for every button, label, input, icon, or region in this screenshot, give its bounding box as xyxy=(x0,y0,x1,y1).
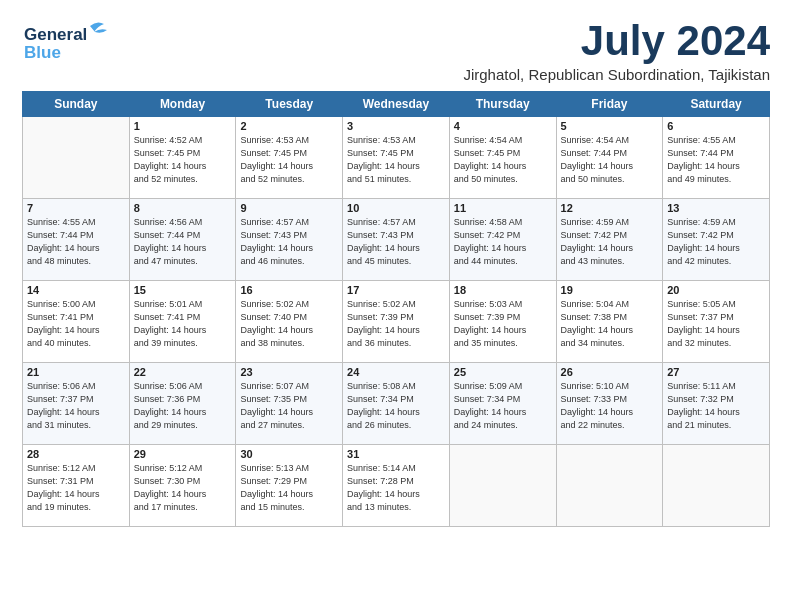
table-row: 13Sunrise: 4:59 AM Sunset: 7:42 PM Dayli… xyxy=(663,199,770,281)
page: General Blue July 2024 Jirghatol, Republ… xyxy=(0,0,792,537)
table-row: 30Sunrise: 5:13 AM Sunset: 7:29 PM Dayli… xyxy=(236,445,343,527)
day-detail: Sunrise: 4:59 AM Sunset: 7:42 PM Dayligh… xyxy=(667,216,765,268)
header: General Blue July 2024 Jirghatol, Republ… xyxy=(22,18,770,83)
table-row: 3Sunrise: 4:53 AM Sunset: 7:45 PM Daylig… xyxy=(343,117,450,199)
table-row: 16Sunrise: 5:02 AM Sunset: 7:40 PM Dayli… xyxy=(236,281,343,363)
week-row-3: 14Sunrise: 5:00 AM Sunset: 7:41 PM Dayli… xyxy=(23,281,770,363)
day-detail: Sunrise: 4:55 AM Sunset: 7:44 PM Dayligh… xyxy=(667,134,765,186)
table-row: 21Sunrise: 5:06 AM Sunset: 7:37 PM Dayli… xyxy=(23,363,130,445)
table-row: 22Sunrise: 5:06 AM Sunset: 7:36 PM Dayli… xyxy=(129,363,236,445)
table-row xyxy=(23,117,130,199)
day-number: 1 xyxy=(134,120,232,132)
logo-svg: General Blue xyxy=(22,18,112,70)
day-detail: Sunrise: 5:04 AM Sunset: 7:38 PM Dayligh… xyxy=(561,298,659,350)
table-row: 29Sunrise: 5:12 AM Sunset: 7:30 PM Dayli… xyxy=(129,445,236,527)
table-row: 2Sunrise: 4:53 AM Sunset: 7:45 PM Daylig… xyxy=(236,117,343,199)
table-row: 23Sunrise: 5:07 AM Sunset: 7:35 PM Dayli… xyxy=(236,363,343,445)
day-number: 14 xyxy=(27,284,125,296)
table-row: 27Sunrise: 5:11 AM Sunset: 7:32 PM Dayli… xyxy=(663,363,770,445)
table-row: 4Sunrise: 4:54 AM Sunset: 7:45 PM Daylig… xyxy=(449,117,556,199)
day-number: 18 xyxy=(454,284,552,296)
day-detail: Sunrise: 5:06 AM Sunset: 7:36 PM Dayligh… xyxy=(134,380,232,432)
title-block: July 2024 Jirghatol, Republican Subordin… xyxy=(463,18,770,83)
logo: General Blue xyxy=(22,18,112,70)
table-row: 1Sunrise: 4:52 AM Sunset: 7:45 PM Daylig… xyxy=(129,117,236,199)
day-detail: Sunrise: 5:00 AM Sunset: 7:41 PM Dayligh… xyxy=(27,298,125,350)
col-sunday: Sunday xyxy=(23,92,130,117)
table-row: 25Sunrise: 5:09 AM Sunset: 7:34 PM Dayli… xyxy=(449,363,556,445)
day-detail: Sunrise: 5:03 AM Sunset: 7:39 PM Dayligh… xyxy=(454,298,552,350)
week-row-2: 7Sunrise: 4:55 AM Sunset: 7:44 PM Daylig… xyxy=(23,199,770,281)
day-detail: Sunrise: 4:57 AM Sunset: 7:43 PM Dayligh… xyxy=(240,216,338,268)
svg-text:Blue: Blue xyxy=(24,43,61,62)
table-row: 31Sunrise: 5:14 AM Sunset: 7:28 PM Dayli… xyxy=(343,445,450,527)
table-row: 9Sunrise: 4:57 AM Sunset: 7:43 PM Daylig… xyxy=(236,199,343,281)
day-detail: Sunrise: 5:14 AM Sunset: 7:28 PM Dayligh… xyxy=(347,462,445,514)
day-number: 31 xyxy=(347,448,445,460)
table-row xyxy=(449,445,556,527)
day-number: 20 xyxy=(667,284,765,296)
day-number: 9 xyxy=(240,202,338,214)
day-number: 8 xyxy=(134,202,232,214)
day-number: 5 xyxy=(561,120,659,132)
day-detail: Sunrise: 5:11 AM Sunset: 7:32 PM Dayligh… xyxy=(667,380,765,432)
day-detail: Sunrise: 5:12 AM Sunset: 7:30 PM Dayligh… xyxy=(134,462,232,514)
col-friday: Friday xyxy=(556,92,663,117)
day-number: 11 xyxy=(454,202,552,214)
table-row: 15Sunrise: 5:01 AM Sunset: 7:41 PM Dayli… xyxy=(129,281,236,363)
day-detail: Sunrise: 5:05 AM Sunset: 7:37 PM Dayligh… xyxy=(667,298,765,350)
week-row-4: 21Sunrise: 5:06 AM Sunset: 7:37 PM Dayli… xyxy=(23,363,770,445)
day-number: 25 xyxy=(454,366,552,378)
day-number: 19 xyxy=(561,284,659,296)
table-row xyxy=(663,445,770,527)
day-number: 2 xyxy=(240,120,338,132)
day-number: 6 xyxy=(667,120,765,132)
day-detail: Sunrise: 5:02 AM Sunset: 7:39 PM Dayligh… xyxy=(347,298,445,350)
table-row: 28Sunrise: 5:12 AM Sunset: 7:31 PM Dayli… xyxy=(23,445,130,527)
day-detail: Sunrise: 5:07 AM Sunset: 7:35 PM Dayligh… xyxy=(240,380,338,432)
day-number: 21 xyxy=(27,366,125,378)
day-detail: Sunrise: 5:02 AM Sunset: 7:40 PM Dayligh… xyxy=(240,298,338,350)
day-detail: Sunrise: 5:13 AM Sunset: 7:29 PM Dayligh… xyxy=(240,462,338,514)
day-detail: Sunrise: 5:10 AM Sunset: 7:33 PM Dayligh… xyxy=(561,380,659,432)
table-row: 18Sunrise: 5:03 AM Sunset: 7:39 PM Dayli… xyxy=(449,281,556,363)
day-detail: Sunrise: 5:08 AM Sunset: 7:34 PM Dayligh… xyxy=(347,380,445,432)
day-detail: Sunrise: 4:53 AM Sunset: 7:45 PM Dayligh… xyxy=(240,134,338,186)
day-detail: Sunrise: 4:54 AM Sunset: 7:44 PM Dayligh… xyxy=(561,134,659,186)
col-tuesday: Tuesday xyxy=(236,92,343,117)
subtitle: Jirghatol, Republican Subordination, Taj… xyxy=(463,66,770,83)
table-row: 6Sunrise: 4:55 AM Sunset: 7:44 PM Daylig… xyxy=(663,117,770,199)
day-number: 27 xyxy=(667,366,765,378)
day-number: 15 xyxy=(134,284,232,296)
table-row: 10Sunrise: 4:57 AM Sunset: 7:43 PM Dayli… xyxy=(343,199,450,281)
day-detail: Sunrise: 4:54 AM Sunset: 7:45 PM Dayligh… xyxy=(454,134,552,186)
day-number: 16 xyxy=(240,284,338,296)
day-detail: Sunrise: 4:58 AM Sunset: 7:42 PM Dayligh… xyxy=(454,216,552,268)
day-detail: Sunrise: 5:09 AM Sunset: 7:34 PM Dayligh… xyxy=(454,380,552,432)
day-detail: Sunrise: 5:01 AM Sunset: 7:41 PM Dayligh… xyxy=(134,298,232,350)
table-row: 12Sunrise: 4:59 AM Sunset: 7:42 PM Dayli… xyxy=(556,199,663,281)
day-detail: Sunrise: 5:06 AM Sunset: 7:37 PM Dayligh… xyxy=(27,380,125,432)
day-number: 23 xyxy=(240,366,338,378)
day-detail: Sunrise: 4:57 AM Sunset: 7:43 PM Dayligh… xyxy=(347,216,445,268)
col-wednesday: Wednesday xyxy=(343,92,450,117)
table-row: 14Sunrise: 5:00 AM Sunset: 7:41 PM Dayli… xyxy=(23,281,130,363)
header-row: Sunday Monday Tuesday Wednesday Thursday… xyxy=(23,92,770,117)
day-detail: Sunrise: 4:53 AM Sunset: 7:45 PM Dayligh… xyxy=(347,134,445,186)
col-saturday: Saturday xyxy=(663,92,770,117)
table-row: 26Sunrise: 5:10 AM Sunset: 7:33 PM Dayli… xyxy=(556,363,663,445)
table-row: 19Sunrise: 5:04 AM Sunset: 7:38 PM Dayli… xyxy=(556,281,663,363)
day-number: 24 xyxy=(347,366,445,378)
day-number: 7 xyxy=(27,202,125,214)
col-monday: Monday xyxy=(129,92,236,117)
day-number: 26 xyxy=(561,366,659,378)
table-row: 17Sunrise: 5:02 AM Sunset: 7:39 PM Dayli… xyxy=(343,281,450,363)
day-number: 17 xyxy=(347,284,445,296)
week-row-5: 28Sunrise: 5:12 AM Sunset: 7:31 PM Dayli… xyxy=(23,445,770,527)
day-number: 13 xyxy=(667,202,765,214)
table-row: 8Sunrise: 4:56 AM Sunset: 7:44 PM Daylig… xyxy=(129,199,236,281)
day-detail: Sunrise: 4:59 AM Sunset: 7:42 PM Dayligh… xyxy=(561,216,659,268)
day-detail: Sunrise: 4:55 AM Sunset: 7:44 PM Dayligh… xyxy=(27,216,125,268)
col-thursday: Thursday xyxy=(449,92,556,117)
day-number: 10 xyxy=(347,202,445,214)
